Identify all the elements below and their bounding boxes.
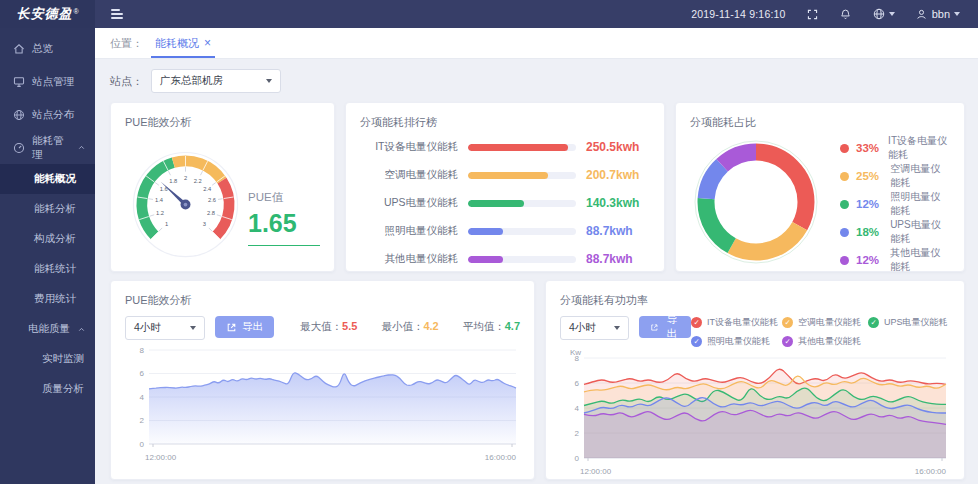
legend-label: UPS电量仪能耗 bbox=[884, 316, 948, 329]
sidebar-item[interactable]: 质量分析 bbox=[0, 374, 95, 404]
sidebar-item[interactable]: 实时监测 bbox=[0, 344, 95, 374]
ranking-row: 照明电量仪能耗88.7kwh bbox=[360, 224, 650, 238]
sidebar-item[interactable]: 电能质量 bbox=[0, 314, 95, 344]
svg-text:Kw: Kw bbox=[570, 348, 581, 357]
content: 站点： 广东总部机房 PUE能效分析 11.21.41.61.822.22.42… bbox=[95, 59, 978, 484]
sidebar-item-label: 电能质量 bbox=[28, 322, 70, 336]
sidebar-item[interactable]: 能耗统计 bbox=[0, 254, 95, 284]
legend-dot bbox=[840, 256, 849, 265]
donut-legend-item[interactable]: 33%IT设备电量仪能耗 bbox=[840, 134, 950, 162]
ranking-value: 200.7kwh bbox=[586, 168, 650, 182]
logo-registered-mark: ® bbox=[73, 8, 78, 15]
ranking-bar-track bbox=[468, 256, 576, 263]
power-legend-item[interactable]: ✓空调电量仪能耗 bbox=[782, 316, 864, 329]
username-text: bbn bbox=[932, 8, 950, 20]
bell-icon[interactable] bbox=[839, 8, 852, 21]
legend-label: IT设备电量仪能耗 bbox=[707, 316, 778, 329]
donut-legend-item[interactable]: 25%空调电量仪能耗 bbox=[840, 162, 950, 190]
stat-value: 5.5 bbox=[342, 320, 357, 332]
pue-trend-chart: 0246812:00:0016:00:00 bbox=[125, 340, 522, 466]
stat-item: 平均值：4.7 bbox=[463, 320, 520, 334]
language-globe-icon[interactable] bbox=[872, 7, 895, 21]
svg-text:6: 6 bbox=[575, 379, 580, 388]
chevron-up-icon bbox=[77, 325, 86, 334]
sidebar-item[interactable]: 能耗分析 bbox=[0, 194, 95, 224]
legend-percent: 25% bbox=[856, 170, 883, 182]
controls-row: 4小时 导出 ✓IT设备电量仪能耗✓空调电量仪能耗✓UPS电量仪能耗✓照明电量仪… bbox=[560, 316, 950, 348]
sidebar-item-label: 能耗概况 bbox=[34, 172, 76, 186]
legend-dot bbox=[840, 172, 849, 181]
legend-dot bbox=[840, 228, 849, 237]
svg-text:1.8: 1.8 bbox=[169, 178, 177, 184]
card-title: 分项能耗占比 bbox=[690, 115, 950, 130]
sidebar-item[interactable]: 站点分布 bbox=[0, 98, 95, 131]
ranking-label: 照明电量仪能耗 bbox=[360, 224, 458, 238]
user-icon bbox=[915, 8, 928, 21]
sidebar-item-label: 能耗管理 bbox=[32, 134, 71, 162]
stat-label: 平均值： bbox=[463, 320, 505, 332]
sidebar-item[interactable]: 构成分析 bbox=[0, 224, 95, 254]
card-title: 分项能耗排行榜 bbox=[360, 115, 650, 130]
interval-value: 4小时 bbox=[134, 321, 161, 335]
legend-percent: 12% bbox=[856, 254, 883, 266]
ranking-bar-fill bbox=[468, 172, 548, 179]
ranking-bar-fill bbox=[468, 200, 524, 207]
interval-select[interactable]: 4小时 bbox=[560, 316, 629, 340]
breadcrumb: 位置： 能耗概况 × bbox=[95, 28, 978, 59]
interval-select[interactable]: 4小时 bbox=[125, 316, 205, 340]
power-legend-item[interactable]: ✓照明电量仪能耗 bbox=[691, 335, 778, 348]
svg-text:0: 0 bbox=[140, 440, 145, 449]
export-button[interactable]: 导出 bbox=[215, 316, 274, 338]
ranking-bar-track bbox=[468, 228, 576, 235]
export-icon bbox=[650, 322, 659, 333]
sidebar-item[interactable]: 能耗概况 bbox=[0, 164, 95, 194]
caret-down-icon bbox=[954, 12, 960, 16]
check-circle-icon: ✓ bbox=[691, 336, 702, 347]
close-tab-icon[interactable]: × bbox=[204, 37, 211, 49]
controls-row: 4小时 导出 最大值：5.5最小值：4.2平均值：4.7 bbox=[125, 316, 520, 340]
caret-down-icon bbox=[266, 79, 272, 83]
ranking-value: 88.7kwh bbox=[586, 224, 650, 238]
sidebar-item[interactable]: 能耗管理 bbox=[0, 131, 95, 164]
fullscreen-icon[interactable] bbox=[806, 8, 819, 21]
caret-down-icon bbox=[889, 12, 895, 16]
energy-share-donut-chart bbox=[690, 136, 822, 268]
svg-text:1.4: 1.4 bbox=[155, 197, 164, 203]
sidebar-item-label: 质量分析 bbox=[42, 382, 84, 396]
svg-text:6: 6 bbox=[140, 369, 145, 378]
ranking-row: IT设备电量仪能耗250.5kwh bbox=[360, 140, 650, 154]
check-circle-icon: ✓ bbox=[691, 317, 702, 328]
donut-legend-item[interactable]: 12%其他电量仪能耗 bbox=[840, 246, 950, 274]
sidebar-item-label: 站点管理 bbox=[32, 75, 74, 89]
power-legend-item[interactable]: ✓IT设备电量仪能耗 bbox=[691, 316, 778, 329]
sidebar-item[interactable]: 总览 bbox=[0, 32, 95, 65]
check-circle-icon: ✓ bbox=[782, 317, 793, 328]
svg-text:2: 2 bbox=[140, 416, 145, 425]
sidebar-item[interactable]: 费用统计 bbox=[0, 284, 95, 314]
card-title: PUE能效分析 bbox=[125, 115, 320, 130]
caret-down-icon bbox=[190, 326, 196, 330]
ranking-label: 其他电量仪能耗 bbox=[360, 252, 458, 266]
ranking-bar-track bbox=[468, 200, 576, 207]
card-power-trend: 分项能耗有功功率 4小时 导出 ✓IT设备电量仪能耗✓空调电量仪能耗✓UPS电量… bbox=[545, 280, 965, 480]
site-select[interactable]: 广东总部机房 bbox=[151, 69, 281, 93]
svg-text:2.8: 2.8 bbox=[207, 210, 215, 216]
stat-item: 最大值：5.5 bbox=[300, 320, 357, 334]
tab-energy-overview[interactable]: 能耗概况 × bbox=[153, 28, 213, 58]
ranking-value: 250.5kwh bbox=[586, 140, 650, 154]
donut-legend-item[interactable]: 18%UPS电量仪能耗 bbox=[840, 218, 950, 246]
menu-collapse-icon[interactable] bbox=[111, 9, 123, 19]
power-legend-item[interactable]: ✓其他电量仪能耗 bbox=[782, 335, 864, 348]
pue-stats: 最大值：5.5最小值：4.2平均值：4.7 bbox=[300, 316, 520, 338]
power-trend-chart: 02468Kw12:00:0016:00:00 bbox=[560, 348, 952, 480]
ranking-bar-track bbox=[468, 172, 576, 179]
power-legend-item[interactable]: ✓UPS电量仪能耗 bbox=[868, 316, 950, 329]
power-legend: ✓IT设备电量仪能耗✓空调电量仪能耗✓UPS电量仪能耗✓照明电量仪能耗✓其他电量… bbox=[691, 316, 950, 348]
sidebar-item[interactable]: 站点管理 bbox=[0, 65, 95, 98]
export-button[interactable]: 导出 bbox=[639, 316, 691, 338]
pue-gauge-chart: 11.21.41.61.822.22.42.62.83 bbox=[125, 130, 246, 270]
user-menu[interactable]: bbn bbox=[915, 8, 960, 21]
donut-legend-item[interactable]: 12%照明电量仪能耗 bbox=[840, 190, 950, 218]
ranking-value: 88.7kwh bbox=[586, 252, 650, 266]
sidebar-item-label: 费用统计 bbox=[34, 292, 76, 306]
